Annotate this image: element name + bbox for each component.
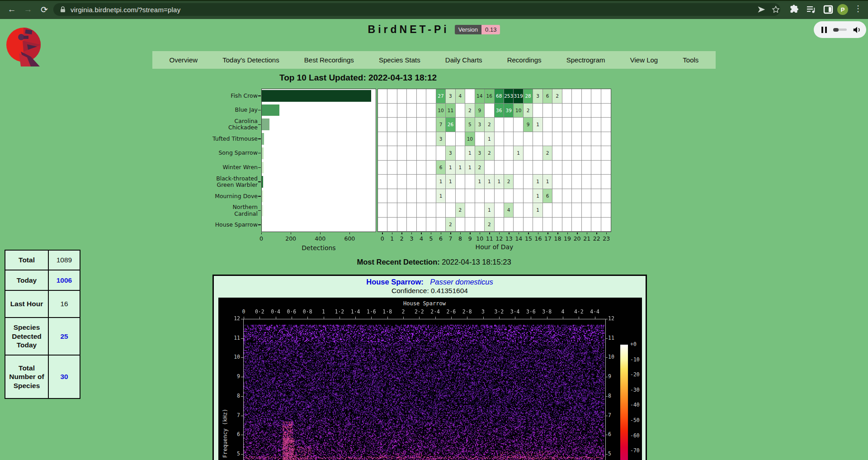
heatmap-cell [475, 203, 485, 218]
heatmap-cell [543, 104, 552, 118]
heatmap-cell: 2 [475, 161, 485, 175]
back-icon[interactable]: ← [5, 3, 18, 16]
heatmap-cell [572, 218, 581, 232]
heatmap-cell [591, 104, 601, 118]
media-controls-icon[interactable] [806, 4, 816, 15]
nav-item-species-stats[interactable]: Species Stats [379, 56, 420, 64]
bookmark-star-icon[interactable] [771, 5, 780, 14]
nav-item-view-log[interactable]: View Log [630, 56, 658, 64]
detection-panel: House Sparrow: Passer domesticus Confide… [212, 275, 647, 460]
heatmap-cell [378, 146, 387, 161]
heatmap-cell [562, 118, 572, 132]
bar-axis-tick-label: 400 [311, 235, 329, 242]
profile-avatar[interactable]: P [837, 4, 848, 15]
species-label: CarolinaChickadee [190, 117, 258, 132]
spec-ytick-label: 11 [608, 335, 623, 341]
side-panel-icon[interactable] [823, 4, 834, 15]
heatmap-cell [572, 104, 581, 118]
nav-item-best-recordings[interactable]: Best Recordings [304, 56, 354, 64]
spec-xtick-label: 1·2 [330, 308, 349, 315]
spec-xtick [531, 317, 531, 319]
heatmap-cell [495, 146, 504, 161]
heatmap-cell [562, 89, 572, 104]
address-bar[interactable]: virginia.birdnetpi.com/?stream=play [53, 3, 780, 16]
stat-row: Species Detected Today25 [5, 318, 80, 355]
colorbar-label: -20 [630, 371, 640, 378]
heatmap-cell [407, 218, 416, 232]
heatmap-cell [552, 118, 562, 132]
stat-label: Species Detected Today [5, 318, 48, 355]
species-scientific-name-link[interactable]: Passer domesticus [430, 278, 493, 286]
heatmap-cell: 1 [446, 161, 455, 175]
species-label: Black-throatedGreen Warbler [190, 175, 258, 189]
send-icon[interactable] [757, 5, 766, 14]
heatmap-cell [465, 218, 475, 232]
heatmap-cell: 14 [475, 89, 485, 104]
hour-axis-tick [401, 232, 402, 234]
extensions-icon[interactable] [788, 4, 799, 15]
heatmap-cell [397, 89, 407, 104]
nav-item-spectrogram[interactable]: Spectrogram [566, 56, 605, 64]
heatmap-cell [456, 118, 465, 132]
heatmap-cell [562, 132, 572, 147]
spec-ytick [241, 357, 243, 358]
heatmap-cell [572, 118, 581, 132]
spec-xtick [595, 317, 595, 319]
heatmap-cell [601, 218, 611, 232]
heatmap-cell: 1 [485, 175, 494, 189]
heatmap-cell: 1 [514, 146, 523, 161]
heatmap-cell [562, 189, 572, 204]
heatmap-cell [407, 175, 416, 189]
stat-cell: 25 [48, 318, 80, 355]
screen: ← → ⟳ virginia.birdnetpi.com/?stream=pla… [0, 0, 868, 460]
reload-icon[interactable]: ⟳ [38, 3, 51, 16]
species-label: Blue Jay [190, 103, 258, 118]
stat-row: Last Hour16 [5, 290, 80, 318]
heatmap-cell [397, 118, 407, 132]
heatmap-cell [562, 203, 572, 218]
heatmap-cell [514, 132, 523, 147]
spec-ytick-label: 12 [608, 315, 623, 322]
bar-axis-tick [320, 232, 321, 234]
heatmap-grid: 2734141668253319283621011293639102726532… [377, 89, 611, 232]
species-common-name-link[interactable]: House Sparrow: [366, 278, 424, 286]
spec-ytick [605, 319, 608, 319]
hour-axis-title: Hour of Day [449, 243, 540, 251]
stat-value-link[interactable]: 30 [60, 373, 68, 380]
spec-xtick [467, 317, 467, 319]
species-axis-tick [258, 95, 261, 96]
heatmap-cell: 1 [533, 203, 542, 218]
nav-item-daily-charts[interactable]: Daily Charts [445, 56, 482, 64]
heatmap-cell: 1 [533, 175, 542, 189]
heatmap-cell [514, 118, 523, 132]
version-label: Version [455, 25, 481, 34]
hour-axis-tick [450, 232, 451, 234]
heatmap-cell: 7 [436, 118, 446, 132]
nav-item-today-s-detections[interactable]: Today's Detections [222, 56, 279, 64]
heatmap-cell [524, 161, 533, 175]
heatmap-cell [591, 175, 601, 189]
menu-icon[interactable]: ⋮ [854, 4, 863, 14]
spec-ytick [241, 435, 243, 435]
heatmap-cell [552, 175, 562, 189]
heatmap-cell: 6 [543, 89, 552, 104]
nav-item-overview[interactable]: Overview [170, 56, 198, 64]
forward-icon[interactable]: → [22, 3, 34, 16]
spec-xtick-label: 0·6 [283, 308, 301, 315]
url-text: virginia.birdnetpi.com/?stream=play [71, 6, 180, 14]
stat-value-link[interactable]: 25 [60, 332, 68, 340]
spectrogram-title: House Sparrow [244, 300, 605, 307]
heatmap-cell: 9 [475, 104, 485, 118]
heatmap-cell [426, 175, 436, 189]
heatmap-cell [552, 104, 562, 118]
browser-toolbar: ← → ⟳ virginia.birdnetpi.com/?stream=pla… [0, 0, 868, 19]
species-axis-tick [258, 124, 261, 125]
nav-item-tools[interactable]: Tools [683, 56, 698, 64]
species-axis-tick [258, 110, 261, 111]
heatmap-cell [562, 104, 572, 118]
stat-value-link[interactable]: 1006 [57, 276, 72, 284]
colorbar-label: -40 [630, 402, 640, 408]
species-label: NorthernCardinal [190, 204, 258, 218]
nav-item-recordings[interactable]: Recordings [507, 56, 542, 64]
heatmap-cell [417, 218, 426, 232]
